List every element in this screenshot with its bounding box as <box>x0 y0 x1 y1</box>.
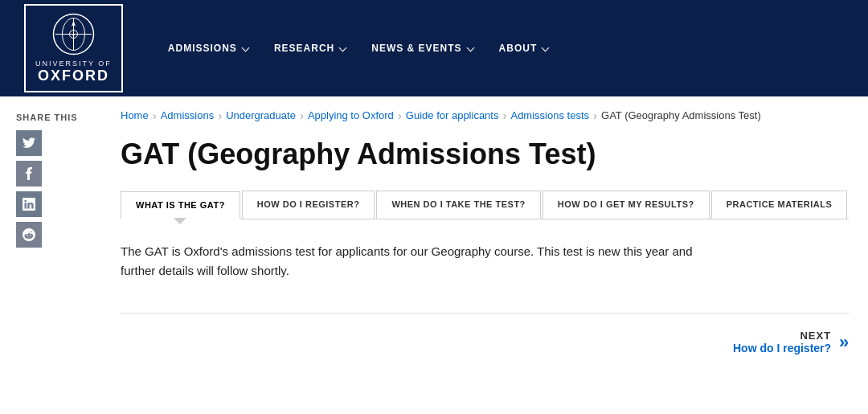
oxford-text: OXFORD <box>38 68 109 84</box>
twitter-share-button[interactable] <box>16 130 42 156</box>
share-label: SHARE THIS <box>16 113 88 122</box>
reddit-share-button[interactable] <box>16 222 42 248</box>
main-nav: ADMISSIONS RESEARCH NEWS & EVENTS ABOUT <box>155 35 561 62</box>
chevron-down-icon <box>542 43 550 51</box>
oxford-crest-icon: ✦ <box>51 12 96 56</box>
next-chevrons-icon[interactable]: » <box>839 332 849 353</box>
breadcrumb-admissions-tests[interactable]: Admissions tests <box>510 109 589 121</box>
next-link[interactable]: How do I register? <box>733 342 831 355</box>
breadcrumb: Home › Admissions › Undergraduate › Appl… <box>121 109 849 122</box>
breadcrumb-sep-5: › <box>502 109 506 122</box>
tab-when-take[interactable]: WHEN DO I TAKE THE TEST? <box>376 191 540 219</box>
next-label-block: NEXT How do I register? <box>733 330 831 355</box>
page-body-text: The GAT is Oxford's admissions test for … <box>121 242 699 281</box>
breadcrumb-home[interactable]: Home <box>121 109 149 121</box>
nav-news-events[interactable]: NEWS & EVENTS <box>358 35 485 62</box>
breadcrumb-sep-6: › <box>593 109 597 122</box>
share-sidebar: SHARE THIS <box>0 96 104 379</box>
chevron-down-icon <box>339 43 347 51</box>
breadcrumb-sep-4: › <box>398 109 402 122</box>
linkedin-share-button[interactable] <box>16 191 42 217</box>
breadcrumb-current: GAT (Geography Admissions Test) <box>601 109 761 121</box>
social-icons <box>16 130 88 248</box>
university-of-text: UNIVERSITY OF <box>35 59 112 68</box>
nav-about[interactable]: ABOUT <box>486 35 562 62</box>
tab-how-register[interactable]: HOW DO I REGISTER? <box>242 191 375 219</box>
breadcrumb-applying[interactable]: Applying to Oxford <box>308 109 394 121</box>
nav-research[interactable]: RESEARCH <box>261 35 358 62</box>
content-area: SHARE THIS <box>0 96 868 379</box>
facebook-share-button[interactable] <box>16 161 42 187</box>
site-header: ✦ UNIVERSITY OF OXFORD ADMISSIONS RESEAR… <box>0 0 868 96</box>
breadcrumb-sep-1: › <box>153 109 157 122</box>
tab-practice-materials[interactable]: PRACTICE MATERIALS <box>711 191 848 219</box>
tab-get-results[interactable]: HOW DO I GET MY RESULTS? <box>542 191 710 219</box>
chevron-down-icon <box>241 43 249 51</box>
oxford-logo[interactable]: ✦ UNIVERSITY OF OXFORD <box>24 4 123 92</box>
tab-bar: WHAT IS THE GAT? HOW DO I REGISTER? WHEN… <box>121 191 849 219</box>
svg-text:✦: ✦ <box>72 33 76 38</box>
breadcrumb-sep-3: › <box>300 109 304 122</box>
tab-what-is-gat[interactable]: WHAT IS THE GAT? <box>121 191 240 219</box>
chevron-down-icon <box>466 43 474 51</box>
breadcrumb-guide[interactable]: Guide for applicants <box>406 109 499 121</box>
breadcrumb-undergraduate[interactable]: Undergraduate <box>226 109 296 121</box>
next-navigation: NEXT How do I register? » <box>121 313 849 355</box>
main-content: Home › Admissions › Undergraduate › Appl… <box>104 96 868 379</box>
breadcrumb-sep-2: › <box>218 109 222 122</box>
next-title: NEXT <box>733 330 831 342</box>
breadcrumb-admissions[interactable]: Admissions <box>161 109 214 121</box>
nav-admissions[interactable]: ADMISSIONS <box>155 35 261 62</box>
page-title: GAT (Geography Admissions Test) <box>121 137 849 171</box>
